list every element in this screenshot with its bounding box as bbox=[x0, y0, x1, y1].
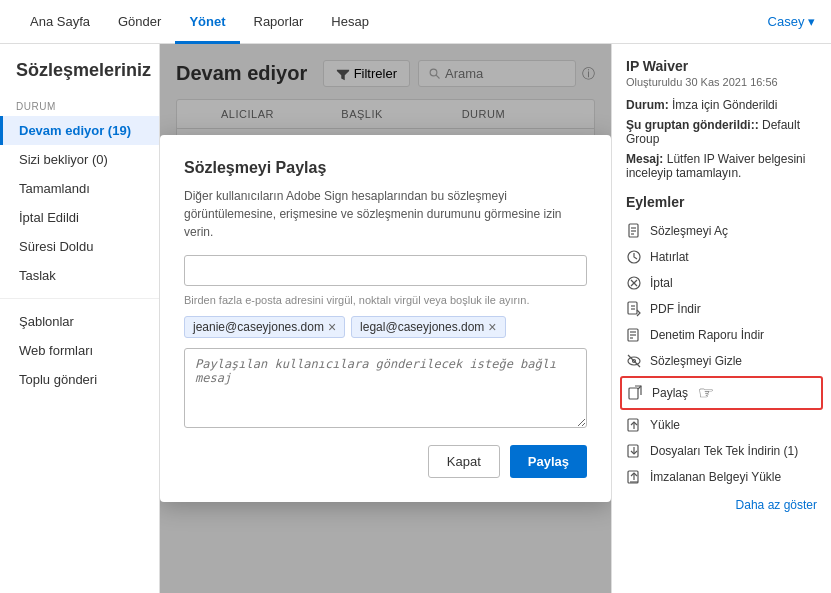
share-icon bbox=[628, 385, 644, 401]
download-icon bbox=[626, 443, 642, 459]
action-denetim-raporu-indir[interactable]: Denetim Raporu İndir bbox=[626, 322, 817, 348]
action-sozlesmeyi-ac[interactable]: Sözleşmeyi Aç bbox=[626, 218, 817, 244]
tag-remove-1[interactable]: × bbox=[488, 320, 496, 334]
sidebar-item-toplu-gonderi[interactable]: Toplu gönderi bbox=[0, 365, 159, 394]
sidebar-item-iptal-edildi[interactable]: İptal Edildi bbox=[0, 203, 159, 232]
sidebar-item-sablonlar[interactable]: Şablonlar bbox=[0, 307, 159, 336]
action-dosyalar-indir[interactable]: Dosyaları Tek Tek İndirin (1) bbox=[626, 438, 817, 464]
nav-gonder[interactable]: Gönder bbox=[104, 0, 175, 44]
action-hatirla[interactable]: Hatırlat bbox=[626, 244, 817, 270]
modal-message-textarea[interactable] bbox=[184, 348, 587, 428]
action-paylas[interactable]: Paylaş ☞ bbox=[620, 376, 823, 410]
modal-title: Sözleşmeyi Paylaş bbox=[184, 159, 587, 177]
tag-email-1: legal@caseyjones.dom bbox=[360, 320, 484, 334]
modal-submit-button[interactable]: Paylaş bbox=[510, 445, 587, 478]
panel-field-key-durum: Durum: bbox=[626, 98, 669, 112]
nav-yonet[interactable]: Yönet bbox=[175, 0, 239, 44]
upload-icon bbox=[626, 417, 642, 433]
tag-remove-0[interactable]: × bbox=[328, 320, 336, 334]
panel-field-durum: Durum: İmza için Gönderildi bbox=[626, 98, 817, 112]
action-sozlesmeyi-gizle[interactable]: Sözleşmeyi Gizle bbox=[626, 348, 817, 374]
modal-tags: jeanie@caseyjones.dom × legal@caseyjones… bbox=[184, 316, 587, 338]
report-icon bbox=[626, 327, 642, 343]
panel-title: IP Waiver bbox=[626, 58, 817, 74]
modal-overlay[interactable]: Sözleşmeyi Paylaş Diğer kullanıcıların A… bbox=[160, 44, 611, 593]
nav-hesap[interactable]: Hesap bbox=[317, 0, 383, 44]
right-panel: IP Waiver Oluşturuldu 30 Kas 2021 16:56 … bbox=[611, 44, 831, 593]
svg-rect-10 bbox=[628, 302, 637, 314]
sidebar-divider bbox=[0, 298, 159, 299]
sidebar-item-sizi-bekliyor[interactable]: Sizi bekliyor (0) bbox=[0, 145, 159, 174]
svg-rect-26 bbox=[628, 471, 638, 483]
clock-icon bbox=[626, 249, 642, 265]
sidebar-item-taslak[interactable]: Taslak bbox=[0, 261, 159, 290]
modal-tag-1: legal@caseyjones.dom × bbox=[351, 316, 505, 338]
modal-cancel-button[interactable]: Kapat bbox=[428, 445, 500, 478]
panel-field-key-mesaj: Mesaj: bbox=[626, 152, 663, 166]
hide-icon bbox=[626, 353, 642, 369]
modal-description: Diğer kullanıcıların Adobe Sign hesaplar… bbox=[184, 187, 587, 241]
modal-email-input[interactable] bbox=[184, 255, 587, 286]
panel-field-key-grup: Şu gruptan gönderildi:: bbox=[626, 118, 759, 132]
tag-email-0: jeanie@caseyjones.dom bbox=[193, 320, 324, 334]
sidebar-item-web-formlari[interactable]: Web formları bbox=[0, 336, 159, 365]
pdf-icon bbox=[626, 301, 642, 317]
panel-actions-title: Eylemler bbox=[626, 194, 817, 210]
user-menu[interactable]: Casey ▾ bbox=[768, 14, 815, 29]
nav-ana-sayfa[interactable]: Ana Sayfa bbox=[16, 0, 104, 44]
main-content: Devam ediyor Filtreler ⓘ ALICILAR BAŞLIK… bbox=[160, 44, 611, 593]
svg-rect-20 bbox=[629, 388, 638, 399]
doc-icon bbox=[626, 223, 642, 239]
panel-field-value-durum: İmza için Gönderildi bbox=[672, 98, 777, 112]
action-yukle[interactable]: Yükle bbox=[626, 412, 817, 438]
action-pdf-indir[interactable]: PDF İndir bbox=[626, 296, 817, 322]
action-imzalanan-belgeyi-yukle[interactable]: İmzalanan Belgeyi Yükle bbox=[626, 464, 817, 490]
cancel-icon bbox=[626, 275, 642, 291]
sidebar: Sözleşmeleriniz DURUM Devam ediyor (19) … bbox=[0, 44, 160, 593]
upload2-icon bbox=[626, 469, 642, 485]
top-nav: Ana Sayfa Gönder Yönet Raporlar Hesap Ca… bbox=[0, 0, 831, 44]
modal-footer: Kapat Paylaş bbox=[184, 445, 587, 478]
sidebar-title: Sözleşmeleriniz bbox=[0, 60, 159, 93]
nav-raporlar[interactable]: Raporlar bbox=[240, 0, 318, 44]
panel-field-mesaj: Mesaj: Lütfen IP Waiver belgesini incele… bbox=[626, 152, 817, 180]
sidebar-item-tamamlandi[interactable]: Tamamlandı bbox=[0, 174, 159, 203]
main-layout: Sözleşmeleriniz DURUM Devam ediyor (19) … bbox=[0, 44, 831, 593]
sidebar-section-label: DURUM bbox=[0, 93, 159, 116]
modal-hint: Birden fazla e-posta adresini virgül, no… bbox=[184, 294, 587, 306]
panel-date: Oluşturuldu 30 Kas 2021 16:56 bbox=[626, 76, 817, 88]
share-modal: Sözleşmeyi Paylaş Diğer kullanıcıların A… bbox=[160, 135, 611, 502]
sidebar-item-devam-ediyor[interactable]: Devam ediyor (19) bbox=[0, 116, 159, 145]
cursor-hand-indicator: ☞ bbox=[698, 382, 714, 404]
modal-tag-0: jeanie@caseyjones.dom × bbox=[184, 316, 345, 338]
sidebar-item-suresi-doldu[interactable]: Süresi Doldu bbox=[0, 232, 159, 261]
daha-az-link[interactable]: Daha az göster bbox=[626, 498, 817, 512]
action-iptal[interactable]: İptal bbox=[626, 270, 817, 296]
panel-field-grup: Şu gruptan gönderildi:: Default Group bbox=[626, 118, 817, 146]
